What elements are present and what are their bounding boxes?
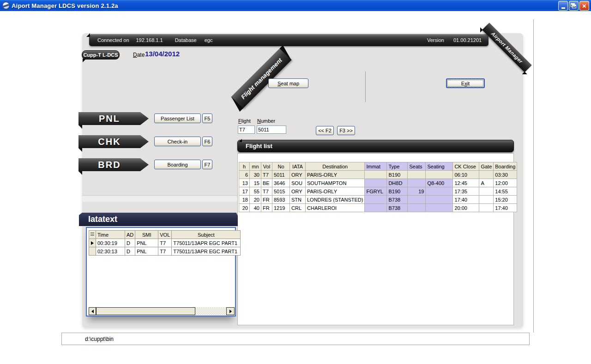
flight-cell: 17:40 xyxy=(453,196,479,204)
status-bar: d:\cuppt\bin xyxy=(61,333,530,345)
flight-cell: 03:30 xyxy=(494,171,517,179)
flight-cell: DH8D xyxy=(387,179,408,187)
flight-cell: B190 xyxy=(387,187,408,196)
window-titlebar: Aiport Manager LDCS version 2.1.2a × xyxy=(0,0,591,11)
flight-column-header: CK Close xyxy=(453,162,479,171)
flight-column-header: Seating xyxy=(426,162,453,171)
flight-cell: 06:10 xyxy=(453,171,479,179)
flight-row[interactable]: 1755T75015ORYPARIS-ORLYFGRYLB1901917:351… xyxy=(239,187,517,196)
flight-cell: 17:40 xyxy=(494,204,517,212)
flight-cell: 8593 xyxy=(272,196,290,204)
flight-cell: SOU xyxy=(290,179,306,187)
restore-button[interactable] xyxy=(569,1,579,11)
date-value: 13/04/2012 xyxy=(145,50,180,58)
flight-cell: STN xyxy=(290,196,306,204)
flight-column-header: IATA xyxy=(290,162,306,171)
flight-cell: T7 xyxy=(261,187,272,196)
flight-row[interactable]: 1315BE3646SOUSOUTHAMPTONDH8DQ8-40012:45A… xyxy=(239,179,517,187)
record-selector-icon xyxy=(90,233,94,237)
flight-cell: T7 xyxy=(261,171,272,179)
flight-row[interactable]: 1820FR8593STNLONDRES (STANSTED)B73817:40… xyxy=(239,196,517,204)
iata-row[interactable]: 02:30:13DPNLT7T75011/13APR EGC PART1 xyxy=(89,247,241,256)
flight-row[interactable]: 630T75011ORYPARIS-ORLYB19006:1003:30 xyxy=(239,171,517,179)
flight-cell: FGRYL xyxy=(365,187,387,196)
flight-cell: 30 xyxy=(250,171,261,179)
flight-cell xyxy=(408,179,426,187)
flight-label: Flight xyxy=(238,118,251,124)
iata-column-header: Time xyxy=(96,231,125,239)
connection-bar: Connected on 192.168.1.1 Database egc Ve… xyxy=(89,34,488,46)
f5-key-button[interactable]: F5 xyxy=(202,113,212,123)
previous-flight-button[interactable]: << F2 xyxy=(316,126,334,135)
application-window: Aiport Manager LDCS version 2.1.2a × Con… xyxy=(0,0,591,364)
iata-column-header: VOL xyxy=(158,231,172,239)
flight-cell: 19 xyxy=(408,187,426,196)
flight-number-input[interactable] xyxy=(257,125,286,134)
flight-table: hmnVolNoIATADestinationImmatTypeSeatsSea… xyxy=(239,162,517,212)
database-value: egc xyxy=(205,37,213,43)
flight-cell: 15:20 xyxy=(494,196,517,204)
flight-cell: ORY xyxy=(290,171,306,179)
flight-cell xyxy=(365,179,387,187)
f7-key-button[interactable]: F7 xyxy=(202,160,212,169)
seat-map-button[interactable]: Seat map xyxy=(268,78,308,88)
next-flight-button[interactable]: F3 >> xyxy=(337,126,355,135)
iatatext-table: TimeADSMIVOLSubject00:30:19DPNLT7T75011/… xyxy=(89,230,241,256)
version-value: 01.00.21201 xyxy=(453,37,482,43)
exit-button[interactable]: Exit xyxy=(446,78,485,88)
flight-list-header: Flight list xyxy=(237,140,514,152)
iata-cell: T75011/13APR EGC PART1 xyxy=(172,239,241,247)
flight-cell: 20:00 xyxy=(453,204,479,212)
scrollbar-thumb[interactable] xyxy=(96,307,195,315)
window-title: Aiport Manager LDCS version 2.1.2a xyxy=(12,2,118,9)
flight-cell: PARIS-ORLY xyxy=(306,187,365,196)
passenger-list-button[interactable]: Passenger List xyxy=(154,113,201,123)
iata-cell: T7 xyxy=(158,247,172,256)
flight-column-header: h xyxy=(239,162,250,171)
close-button[interactable]: × xyxy=(579,1,589,11)
connected-label: Connected on xyxy=(97,37,129,43)
iata-cell: D xyxy=(125,239,135,247)
connected-ip: 192.168.1.1 xyxy=(136,37,163,43)
iatatext-header: Iatatext xyxy=(79,213,238,226)
flight-cell xyxy=(479,196,494,204)
iata-cell: D xyxy=(125,247,135,256)
number-label: Number xyxy=(257,118,275,124)
iata-cell: 02:30:13 xyxy=(96,247,125,256)
flight-column-header: Boarding xyxy=(494,162,517,171)
scroll-left-button[interactable] xyxy=(89,307,96,315)
flight-table-header-row: hmnVolNoIATADestinationImmatTypeSeatsSea… xyxy=(239,162,517,171)
right-arrow-icon xyxy=(229,310,232,313)
pnl-ribbon: PNL xyxy=(78,112,149,125)
flight-column-header: Destination xyxy=(306,162,365,171)
flight-cell: Q8-400 xyxy=(426,179,453,187)
iata-cell: T7 xyxy=(158,239,172,247)
horizontal-scrollbar[interactable] xyxy=(89,307,235,315)
record-selector-header xyxy=(89,231,96,239)
minimize-button[interactable] xyxy=(558,1,568,11)
flight-cell: PARIS-ORLY xyxy=(306,171,365,179)
row-marker-cell xyxy=(89,239,96,247)
scroll-right-button[interactable] xyxy=(226,307,235,315)
section-divider xyxy=(82,195,237,196)
boarding-button[interactable]: Boarding xyxy=(154,160,201,169)
flight-cell: 5015 xyxy=(272,187,290,196)
flight-column-header: Immat xyxy=(365,162,387,171)
flight-cell: 12:00 xyxy=(494,179,517,187)
iata-row[interactable]: 00:30:19DPNLT7T75011/13APR EGC PART1 xyxy=(89,239,241,247)
flight-cell xyxy=(426,196,453,204)
flight-prefix-input[interactable] xyxy=(238,125,255,134)
f6-key-button[interactable]: F6 xyxy=(202,137,212,146)
version-label: Version xyxy=(427,37,444,43)
iata-column-header: SMI xyxy=(135,231,158,239)
check-in-button[interactable]: Check-in xyxy=(154,137,201,146)
right-divider-line xyxy=(533,19,534,333)
flight-cell: B738 xyxy=(387,204,408,212)
flight-cell: 40 xyxy=(250,204,261,212)
app-icon xyxy=(2,2,10,9)
scrollbar-track[interactable] xyxy=(195,308,226,315)
flight-cell: 55 xyxy=(250,187,261,196)
flight-column-header: Gate xyxy=(479,162,494,171)
flight-row[interactable]: 2040FR1219CRLCHARLEROIB73820:0017:40 xyxy=(239,204,517,212)
iata-cell: PNL xyxy=(135,247,158,256)
